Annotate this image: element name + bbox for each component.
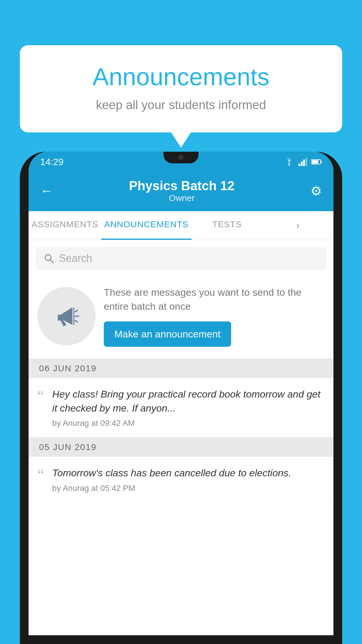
settings-icon[interactable]: ⚙ xyxy=(310,183,322,198)
header-subtitle: Owner xyxy=(129,193,235,203)
svg-rect-7 xyxy=(321,161,322,163)
status-bar: 14:29 xyxy=(29,152,333,172)
svg-rect-3 xyxy=(303,160,305,166)
promo-description: These are messages you want to send to t… xyxy=(104,286,325,313)
announcement-author-1: by Anurag at 09:42 AM xyxy=(52,419,325,428)
announcement-item-1: “ Hey class! Bring your practical record… xyxy=(29,378,333,438)
content-area: Search These are messages you want to se… xyxy=(29,240,333,503)
notch xyxy=(164,152,198,163)
tabs-bar: ASSIGNMENTS ANNOUNCEMENTS TESTS › xyxy=(29,211,333,240)
header-title: Physics Batch 12 xyxy=(129,178,235,193)
tab-assignments[interactable]: ASSIGNMENTS xyxy=(29,211,101,240)
promo-right: These are messages you want to send to t… xyxy=(104,286,325,347)
quote-icon-2: “ xyxy=(37,467,44,482)
tab-more[interactable]: › xyxy=(263,211,333,240)
svg-rect-2 xyxy=(301,162,303,166)
announcement-author-2: by Anurag at 05:42 PM xyxy=(52,484,325,493)
promo-icon-circle xyxy=(37,287,96,345)
svg-rect-4 xyxy=(305,158,307,166)
camera-dot xyxy=(178,155,184,160)
svg-line-9 xyxy=(50,260,53,263)
tab-announcements[interactable]: ANNOUNCEMENTS xyxy=(101,211,191,240)
svg-rect-6 xyxy=(312,160,318,164)
status-time: 14:29 xyxy=(40,157,64,167)
date-header-2: 05 JUN 2019 xyxy=(29,438,333,457)
speech-bubble-title: Announcements xyxy=(34,63,328,91)
announcement-message-1: Hey class! Bring your practical record b… xyxy=(52,387,325,415)
quote-icon-1: “ xyxy=(37,388,44,404)
search-icon xyxy=(44,253,54,264)
search-placeholder: Search xyxy=(59,252,92,265)
app-header: ← Physics Batch 12 Owner ⚙ xyxy=(29,172,333,211)
announcement-promo: These are messages you want to send to t… xyxy=(29,277,333,359)
back-button[interactable]: ← xyxy=(40,183,53,198)
make-announcement-button[interactable]: Make an announcement xyxy=(104,321,231,347)
header-center: Physics Batch 12 Owner xyxy=(129,178,235,203)
date-header-1: 06 JUN 2019 xyxy=(29,359,333,378)
tab-tests[interactable]: TESTS xyxy=(191,211,262,240)
speech-bubble-container: Announcements keep all your students inf… xyxy=(20,45,342,132)
battery-icon xyxy=(311,159,322,165)
speech-bubble: Announcements keep all your students inf… xyxy=(20,45,342,132)
announcement-content-1: Hey class! Bring your practical record b… xyxy=(52,387,325,428)
phone-inner: 14:29 xyxy=(29,152,333,635)
svg-rect-1 xyxy=(298,164,300,166)
wifi-icon xyxy=(284,158,294,166)
announcement-item-2: “ Tomorrow's class has been cancelled du… xyxy=(29,457,333,503)
phone-frame: 14:29 xyxy=(20,152,342,644)
search-bar[interactable]: Search xyxy=(36,247,326,270)
svg-point-0 xyxy=(289,164,290,166)
announcement-content-2: Tomorrow's class has been cancelled due … xyxy=(52,466,325,493)
speech-bubble-subtitle: keep all your students informed xyxy=(34,98,328,112)
announcement-message-2: Tomorrow's class has been cancelled due … xyxy=(52,466,325,480)
megaphone-icon xyxy=(52,302,81,331)
status-icons xyxy=(284,158,322,166)
signal-icon xyxy=(298,158,307,166)
